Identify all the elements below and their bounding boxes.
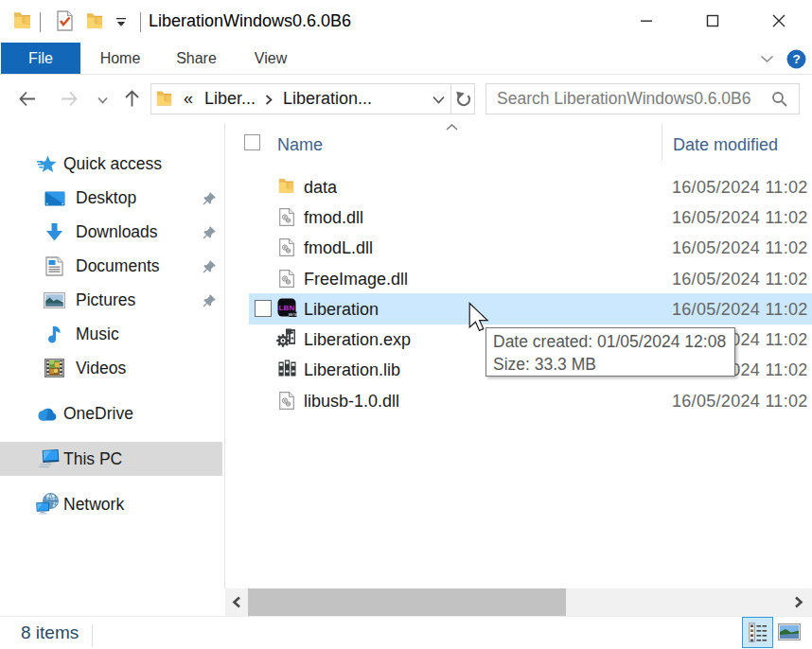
svg-text:LBN: LBN (278, 304, 294, 312)
svg-text:?: ? (792, 52, 800, 66)
svg-text:BETA: BETA (289, 313, 297, 317)
